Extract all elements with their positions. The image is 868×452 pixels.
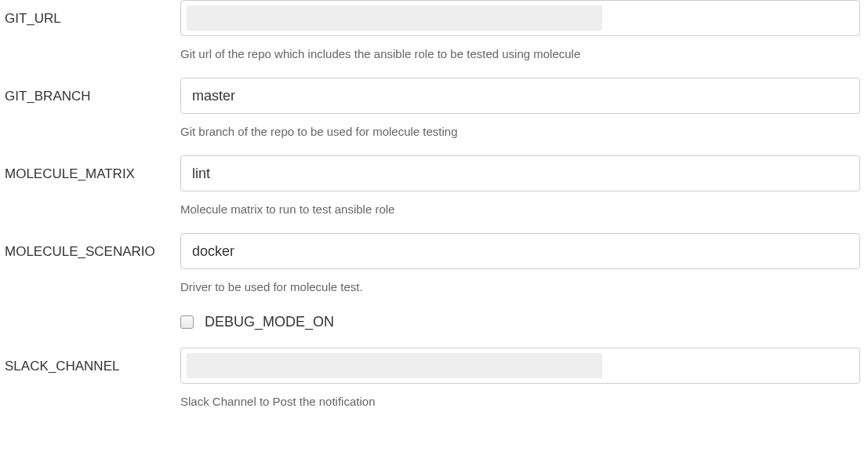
git-branch-help: Git branch of the repo to be used for mo… bbox=[180, 114, 860, 152]
slack-channel-label: SLACK_CHANNEL bbox=[0, 348, 180, 374]
molecule-scenario-input[interactable] bbox=[180, 233, 860, 269]
git-url-masked-region bbox=[187, 5, 602, 31]
slack-channel-row: SLACK_CHANNEL Slack Channel to Post the … bbox=[0, 348, 868, 422]
slack-channel-input-wrap bbox=[180, 348, 860, 384]
molecule-matrix-label: MOLECULE_MATRIX bbox=[0, 155, 180, 182]
molecule-matrix-help: Molecule matrix to run to test ansible r… bbox=[180, 191, 860, 230]
debug-mode-row[interactable]: DEBUG_MODE_ON bbox=[180, 308, 860, 344]
molecule-matrix-row: MOLECULE_MATRIX Molecule matrix to run t… bbox=[0, 155, 868, 230]
molecule-scenario-row: MOLECULE_SCENARIO Driver to be used for … bbox=[0, 233, 868, 344]
molecule-scenario-help: Driver to be used for molecule test. bbox=[180, 269, 860, 308]
git-url-input-wrap bbox=[180, 0, 860, 36]
molecule-matrix-input[interactable] bbox=[180, 155, 860, 191]
git-url-help: Git url of the repo which includes the a… bbox=[180, 36, 860, 75]
slack-channel-help: Slack Channel to Post the notification bbox=[180, 384, 860, 422]
git-branch-input[interactable] bbox=[180, 78, 860, 114]
git-url-label: GIT_URL bbox=[0, 0, 180, 27]
molecule-scenario-label: MOLECULE_SCENARIO bbox=[0, 233, 180, 260]
debug-mode-label: DEBUG_MODE_ON bbox=[205, 314, 334, 330]
git-branch-label: GIT_BRANCH bbox=[0, 78, 180, 104]
git-branch-row: GIT_BRANCH Git branch of the repo to be … bbox=[0, 78, 868, 152]
git-url-row: GIT_URL Git url of the repo which includ… bbox=[0, 0, 868, 75]
debug-mode-checkbox[interactable] bbox=[180, 315, 194, 329]
slack-channel-masked-region bbox=[187, 353, 602, 378]
